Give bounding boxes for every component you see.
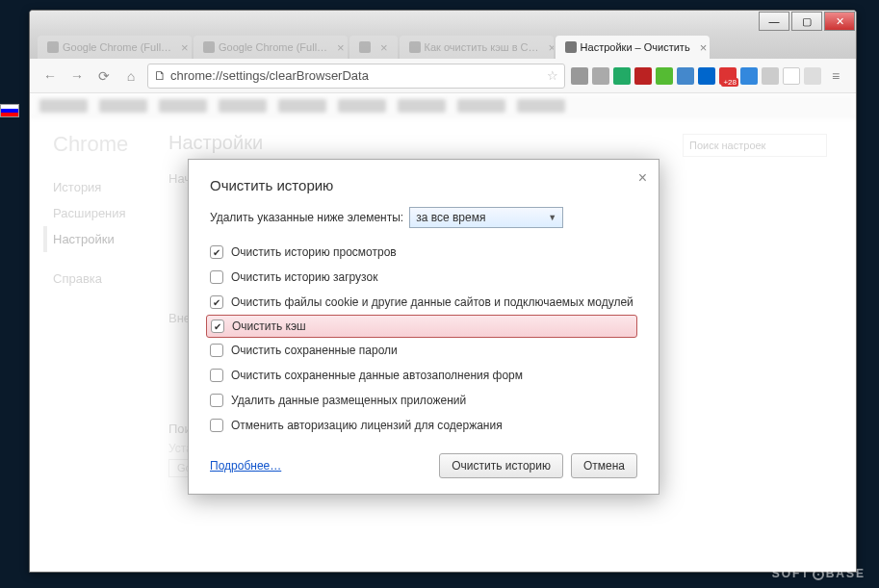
ext-icon[interactable] — [677, 67, 694, 85]
ext-icon[interactable] — [613, 67, 631, 85]
option-cache[interactable]: Очистить кэш — [206, 315, 637, 338]
sidebar-item-help[interactable]: Справка — [53, 266, 168, 292]
option-label: Очистить историю просмотров — [231, 245, 397, 259]
checkbox-icon[interactable] — [210, 394, 223, 407]
ext-icon[interactable] — [592, 67, 609, 85]
option-hosted-apps[interactable]: Удалить данные размещенных приложений — [210, 388, 637, 413]
time-range-value: за все время — [416, 211, 485, 224]
option-passwords[interactable]: Очистить сохраненные пароли — [210, 338, 637, 363]
calendar-icon[interactable] — [783, 67, 800, 85]
tab-active[interactable]: Настройки – Очистить× — [556, 36, 710, 59]
mail-icon[interactable] — [804, 67, 821, 85]
window-titlebar: — ▢ ✕ — [30, 11, 856, 32]
option-licenses[interactable]: Отменить авторизацию лицензий для содерж… — [210, 413, 637, 438]
checkbox-icon[interactable] — [210, 369, 223, 382]
tab-background-2[interactable]: × — [349, 36, 398, 59]
tab-background-1[interactable]: Google Chrome (Full…× — [194, 36, 348, 59]
option-download-history[interactable]: Очистить историю загрузок — [210, 265, 637, 290]
dialog-title: Очистить историю — [210, 177, 637, 193]
option-label: Очистить историю загрузок — [231, 270, 377, 284]
brand-label: Chrome — [53, 132, 168, 157]
language-flag-icon[interactable] — [0, 104, 19, 117]
option-label: Удалить данные размещенных приложений — [231, 394, 466, 407]
option-label: Очистить файлы cookie и другие данные са… — [231, 295, 633, 309]
favicon-icon — [409, 41, 421, 53]
toolbar: ← → ⟳ ⌂ 🗋 chrome://settings/clearBrowser… — [30, 59, 856, 93]
tab-background-3[interactable]: Как очистить кэш в C…× — [400, 36, 554, 59]
tab-strip: Google Chrome (Full…× Google Chrome (Ful… — [30, 32, 856, 59]
option-label: Очистить кэш — [232, 320, 306, 333]
window-close-button[interactable]: ✕ — [824, 12, 855, 31]
back-button[interactable]: ← — [39, 65, 61, 87]
clear-browsing-data-dialog: × Очистить историю Удалить указанные ниж… — [188, 159, 659, 495]
sidebar-item-history[interactable]: История — [53, 174, 168, 200]
page-icon: 🗋 — [154, 68, 167, 83]
close-icon[interactable]: × — [337, 40, 345, 55]
learn-more-link[interactable]: Подробнее… — [210, 459, 281, 473]
tab-label: Настройки – Очистить — [581, 41, 690, 53]
checkbox-icon[interactable] — [210, 270, 223, 284]
favicon-icon — [203, 41, 215, 53]
checkbox-icon[interactable] — [210, 419, 223, 432]
watermark: SOFTBASE — [772, 567, 866, 580]
checkbox-icon[interactable] — [210, 245, 223, 259]
bookmark-bar[interactable] — [30, 93, 856, 118]
logo-icon — [813, 569, 824, 580]
ext-icon[interactable] — [740, 67, 758, 85]
omnibox-url: chrome://settings/clearBrowserData — [170, 68, 369, 83]
option-cookies[interactable]: Очистить файлы cookie и другие данные са… — [210, 290, 637, 315]
clear-button[interactable]: Очистить историю — [439, 453, 563, 478]
checkbox-icon[interactable] — [210, 344, 223, 357]
option-autofill[interactable]: Очистить сохраненные данные автозаполнен… — [210, 363, 637, 388]
ext-icon[interactable] — [762, 67, 779, 85]
chevron-down-icon: ▼ — [548, 213, 556, 222]
option-browsing-history[interactable]: Очистить историю просмотров — [210, 240, 637, 265]
omnibox[interactable]: 🗋 chrome://settings/clearBrowserData ☆ — [147, 64, 565, 89]
ext-icon[interactable] — [571, 67, 588, 85]
ext-icon[interactable] — [634, 67, 652, 85]
close-icon[interactable]: × — [181, 40, 189, 55]
notification-icon[interactable] — [719, 67, 737, 85]
sidebar-item-extensions[interactable]: Расширения — [53, 200, 168, 226]
option-label: Очистить сохраненные пароли — [231, 344, 398, 357]
settings-search-input[interactable] — [683, 134, 827, 157]
reload-button[interactable]: ⟳ — [93, 65, 115, 87]
dialog-prompt: Удалить указанные ниже элементы: — [210, 211, 403, 224]
option-label: Отменить авторизацию лицензий для содерж… — [231, 419, 503, 432]
window-minimize-button[interactable]: — — [759, 12, 789, 31]
favicon-icon — [359, 41, 371, 53]
page-title: Настройки — [168, 132, 833, 154]
checkbox-icon[interactable] — [210, 295, 223, 309]
time-range-select[interactable]: за все время ▼ — [409, 207, 563, 228]
tab-background-0[interactable]: Google Chrome (Full…× — [38, 36, 192, 59]
favicon-icon — [47, 41, 59, 53]
window-maximize-button[interactable]: ▢ — [791, 12, 822, 31]
sidebar-item-settings[interactable]: Настройки — [43, 226, 168, 252]
ext-icon[interactable] — [698, 67, 715, 85]
close-icon[interactable]: × — [380, 40, 388, 55]
menu-button[interactable]: ≡ — [825, 65, 846, 87]
gear-icon — [565, 41, 577, 53]
star-icon[interactable]: ☆ — [547, 68, 558, 83]
tab-label: Google Chrome (Full… — [63, 41, 171, 53]
tab-label: Google Chrome (Full… — [219, 41, 327, 53]
tab-label: Как очистить кэш в C… — [425, 41, 539, 53]
close-icon[interactable]: × — [700, 40, 708, 55]
checkbox-icon[interactable] — [211, 320, 224, 333]
cancel-button[interactable]: Отмена — [571, 453, 637, 478]
settings-sidebar: Chrome История Расширения Настройки Спра… — [53, 132, 168, 558]
extensions-area: ≡ — [571, 65, 846, 87]
option-label: Очистить сохраненные данные автозаполнен… — [231, 369, 523, 382]
dialog-close-button[interactable]: × — [638, 169, 647, 187]
forward-button[interactable]: → — [66, 65, 88, 87]
home-button[interactable]: ⌂ — [120, 65, 142, 87]
checkmark-icon[interactable] — [656, 67, 673, 85]
close-icon[interactable]: × — [549, 40, 554, 55]
